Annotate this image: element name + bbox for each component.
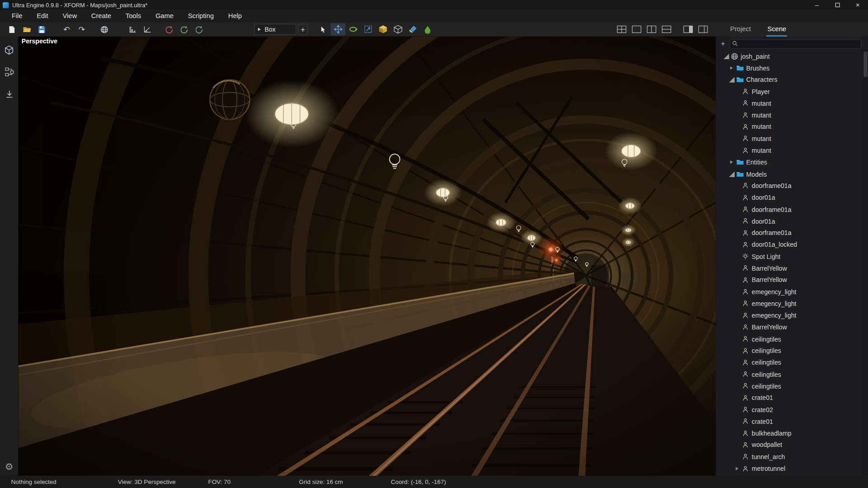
tree-item-models[interactable]: Models xyxy=(716,168,868,180)
tree-item-bulkheadlamp[interactable]: bulkheadlamp xyxy=(716,427,868,439)
layout-split-vertical-button[interactable] xyxy=(644,23,659,35)
menu-game[interactable]: Game xyxy=(148,10,181,22)
reset-position-icon xyxy=(165,25,173,33)
tree-collapsed-arrow-icon[interactable] xyxy=(728,156,735,168)
tree-expanded-arrow-icon[interactable] xyxy=(722,51,730,62)
minimize-button[interactable]: – xyxy=(807,0,827,10)
select-tool-button[interactable] xyxy=(316,23,330,35)
tree-collapsed-arrow-icon[interactable] xyxy=(728,62,735,74)
search-input[interactable] xyxy=(730,39,861,49)
tree-item-crate01[interactable]: crate01 xyxy=(716,392,868,404)
menu-create[interactable]: Create xyxy=(84,10,118,22)
tree-item-barrelyellow[interactable]: BarrelYellow xyxy=(716,263,868,274)
reset-rotation-button[interactable] xyxy=(177,23,192,35)
new-file-button[interactable] xyxy=(5,23,19,35)
tree-item-crate01[interactable]: crate01 xyxy=(716,416,868,427)
tree-scrollbar[interactable] xyxy=(863,50,868,476)
open-file-button[interactable] xyxy=(19,23,34,35)
reset-scale-button[interactable] xyxy=(192,23,207,35)
title-bar[interactable]: Ultra Engine 0.9.8 - XFORM - Maps/josh_p… xyxy=(0,0,868,10)
viewport-3d[interactable]: Perspective xyxy=(18,37,716,476)
entity-icon xyxy=(741,430,750,437)
lamp-glow xyxy=(618,197,642,215)
tree-scrollbar-thumb[interactable] xyxy=(863,52,868,77)
tab-project[interactable]: Project xyxy=(729,22,752,37)
menu-edit[interactable]: Edit xyxy=(29,10,55,22)
tree-item-barrelyellow[interactable]: BarrelYellow xyxy=(716,321,868,333)
menu-tools[interactable]: Tools xyxy=(118,10,148,22)
undo-button[interactable]: ↶ xyxy=(59,23,74,35)
tree-item-metrotunnel[interactable]: metrotunnel xyxy=(716,463,868,474)
entity-icon xyxy=(741,112,750,119)
snap-angle-button[interactable] xyxy=(140,23,155,35)
tree-item-characters[interactable]: Characters xyxy=(716,74,868,86)
tree-item-ceilingtiles[interactable]: ceilingtiles xyxy=(716,369,868,380)
toggle-side-panel-button[interactable] xyxy=(680,23,695,35)
maximize-button[interactable] xyxy=(827,0,847,10)
solid-box-tool-button[interactable] xyxy=(375,23,390,35)
add-primitive-button[interactable]: + xyxy=(298,24,308,35)
tree-item-woodpallet[interactable]: woodpallet xyxy=(716,439,868,451)
tree-item-doorframe01a[interactable]: doorframe01a xyxy=(716,203,868,215)
download-manager-button[interactable] xyxy=(3,87,16,100)
paint-tool-button[interactable] xyxy=(420,23,435,35)
entity-icon xyxy=(741,288,750,296)
tree-collapsed-arrow-icon[interactable] xyxy=(733,463,741,474)
tree-item-door01a[interactable]: door01a xyxy=(716,192,868,203)
tab-scene[interactable]: Scene xyxy=(766,22,788,37)
tree-item-tunnel-arch[interactable]: tunnel_arch xyxy=(716,451,868,463)
toggle-console-panel-button[interactable] xyxy=(695,23,710,35)
layout-single-button[interactable] xyxy=(629,23,644,35)
tree-item-mutant[interactable]: mutant xyxy=(716,121,868,133)
rotate-tool-button[interactable] xyxy=(345,23,360,35)
tree-item-josh-paint[interactable]: josh_paint xyxy=(716,50,868,62)
layout-split-horizontal-button[interactable] xyxy=(659,23,674,35)
snap-translate-button[interactable] xyxy=(125,23,140,35)
primitive-dropdown[interactable]: Box xyxy=(254,24,296,35)
tree-item-brushes[interactable]: Brushes xyxy=(716,62,868,74)
tree-item-crate02[interactable]: crate02 xyxy=(716,404,868,416)
reset-position-button[interactable] xyxy=(162,23,177,35)
tree-item-doorframe01a[interactable]: doorframe01a xyxy=(716,180,868,192)
menu-scripting[interactable]: Scripting xyxy=(181,10,221,22)
flowgraph-button[interactable] xyxy=(3,65,16,78)
redo-button[interactable]: ↷ xyxy=(74,23,89,35)
tree-expanded-arrow-icon[interactable] xyxy=(728,168,735,180)
tree-item-mutant[interactable]: mutant xyxy=(716,109,868,121)
layout-quad-button[interactable] xyxy=(614,23,629,35)
scale-tool-icon xyxy=(363,25,373,34)
tree-item-door01a-locked[interactable]: door01a_locked xyxy=(716,239,868,251)
scale-tool-button[interactable] xyxy=(360,23,375,35)
wireframe-box-tool-button[interactable] xyxy=(390,23,405,35)
tree-item-mutant[interactable]: mutant xyxy=(716,98,868,109)
tree-item-doorframe01a[interactable]: doorframe01a xyxy=(716,227,868,239)
save-button[interactable] xyxy=(34,23,49,35)
brush-tool-button[interactable] xyxy=(405,23,420,35)
objects-tool-button[interactable] xyxy=(3,43,16,56)
move-tool-button[interactable] xyxy=(330,23,345,35)
tree-item-ceilingtiles[interactable]: ceilingtiles xyxy=(716,357,868,368)
tree-item-door01a[interactable]: door01a xyxy=(716,216,868,227)
publish-button[interactable] xyxy=(97,23,112,35)
add-scene-item-button[interactable]: + xyxy=(719,39,727,47)
tree-item-mutant[interactable]: mutant xyxy=(716,145,868,156)
tree-item-entities[interactable]: Entities xyxy=(716,156,868,168)
menu-file[interactable]: File xyxy=(5,10,30,22)
tree-item-ceilingtiles[interactable]: ceilingtiles xyxy=(716,345,868,357)
entity-icon xyxy=(741,100,750,107)
menu-help[interactable]: Help xyxy=(221,10,249,22)
tree-item-mutant[interactable]: mutant xyxy=(716,133,868,145)
tree-item-barrelyellow[interactable]: BarrelYellow xyxy=(716,274,868,286)
tree-item-ceilingtiles[interactable]: ceilingtiles xyxy=(716,333,868,345)
menu-view[interactable]: View xyxy=(55,10,84,22)
tree-item-ceilingtiles[interactable]: ceilingtiles xyxy=(716,380,868,392)
tree-item-emegency-light[interactable]: emegency_light xyxy=(716,286,868,298)
tree-item-spot-light[interactable]: Spot Light xyxy=(716,251,868,263)
settings-button[interactable]: ⚙ xyxy=(3,463,16,476)
tree-item-emegency-light[interactable]: emegency_light xyxy=(716,298,868,310)
close-button[interactable]: × xyxy=(848,0,868,10)
tree-item-player[interactable]: Player xyxy=(716,86,868,98)
tree-item-emegency-light[interactable]: emegency_light xyxy=(716,310,868,321)
tree-expanded-arrow-icon[interactable] xyxy=(728,74,735,86)
tree-arrow-spacer xyxy=(733,192,741,204)
